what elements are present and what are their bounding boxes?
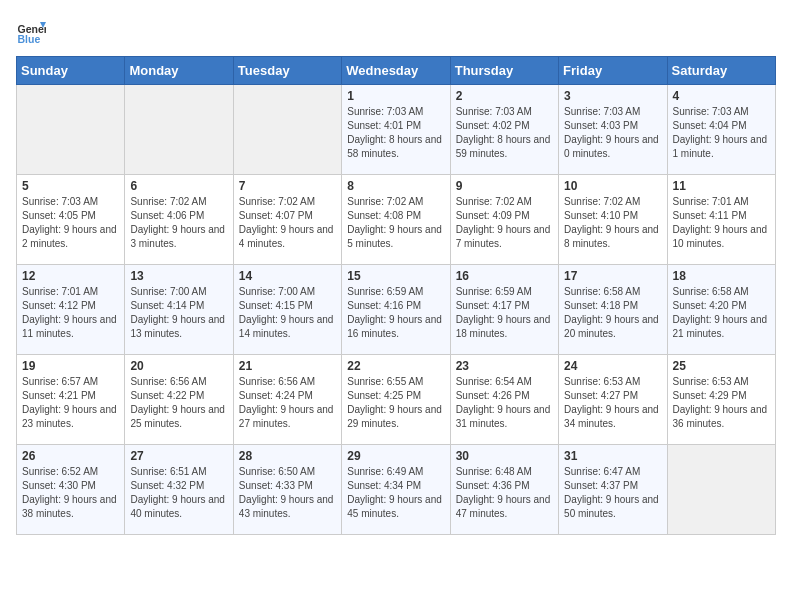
day-number: 7	[239, 179, 336, 193]
day-number: 11	[673, 179, 770, 193]
calendar-cell: 27Sunrise: 6:51 AMSunset: 4:32 PMDayligh…	[125, 445, 233, 535]
day-info: Sunrise: 6:53 AMSunset: 4:27 PMDaylight:…	[564, 375, 661, 431]
weekday-header: Tuesday	[233, 57, 341, 85]
day-info: Sunrise: 7:03 AMSunset: 4:01 PMDaylight:…	[347, 105, 444, 161]
day-info: Sunrise: 6:58 AMSunset: 4:20 PMDaylight:…	[673, 285, 770, 341]
day-number: 13	[130, 269, 227, 283]
calendar-table: SundayMondayTuesdayWednesdayThursdayFrid…	[16, 56, 776, 535]
day-info: Sunrise: 6:59 AMSunset: 4:17 PMDaylight:…	[456, 285, 553, 341]
day-info: Sunrise: 6:59 AMSunset: 4:16 PMDaylight:…	[347, 285, 444, 341]
day-info: Sunrise: 6:50 AMSunset: 4:33 PMDaylight:…	[239, 465, 336, 521]
calendar-cell: 12Sunrise: 7:01 AMSunset: 4:12 PMDayligh…	[17, 265, 125, 355]
day-number: 16	[456, 269, 553, 283]
day-info: Sunrise: 6:51 AMSunset: 4:32 PMDaylight:…	[130, 465, 227, 521]
calendar-cell: 3Sunrise: 7:03 AMSunset: 4:03 PMDaylight…	[559, 85, 667, 175]
calendar-cell: 6Sunrise: 7:02 AMSunset: 4:06 PMDaylight…	[125, 175, 233, 265]
weekday-header: Sunday	[17, 57, 125, 85]
day-number: 15	[347, 269, 444, 283]
day-number: 5	[22, 179, 119, 193]
day-info: Sunrise: 7:03 AMSunset: 4:05 PMDaylight:…	[22, 195, 119, 251]
calendar-cell: 14Sunrise: 7:00 AMSunset: 4:15 PMDayligh…	[233, 265, 341, 355]
calendar-week-row: 26Sunrise: 6:52 AMSunset: 4:30 PMDayligh…	[17, 445, 776, 535]
calendar-week-row: 5Sunrise: 7:03 AMSunset: 4:05 PMDaylight…	[17, 175, 776, 265]
day-number: 10	[564, 179, 661, 193]
day-number: 2	[456, 89, 553, 103]
day-info: Sunrise: 6:57 AMSunset: 4:21 PMDaylight:…	[22, 375, 119, 431]
day-info: Sunrise: 7:03 AMSunset: 4:04 PMDaylight:…	[673, 105, 770, 161]
weekday-header: Monday	[125, 57, 233, 85]
day-info: Sunrise: 6:56 AMSunset: 4:24 PMDaylight:…	[239, 375, 336, 431]
calendar-cell: 8Sunrise: 7:02 AMSunset: 4:08 PMDaylight…	[342, 175, 450, 265]
calendar-cell	[17, 85, 125, 175]
calendar-cell: 15Sunrise: 6:59 AMSunset: 4:16 PMDayligh…	[342, 265, 450, 355]
weekday-header: Friday	[559, 57, 667, 85]
calendar-cell: 23Sunrise: 6:54 AMSunset: 4:26 PMDayligh…	[450, 355, 558, 445]
day-info: Sunrise: 7:02 AMSunset: 4:07 PMDaylight:…	[239, 195, 336, 251]
logo: General Blue	[16, 16, 50, 46]
day-number: 29	[347, 449, 444, 463]
day-info: Sunrise: 7:00 AMSunset: 4:15 PMDaylight:…	[239, 285, 336, 341]
calendar-cell: 7Sunrise: 7:02 AMSunset: 4:07 PMDaylight…	[233, 175, 341, 265]
weekday-header: Wednesday	[342, 57, 450, 85]
day-info: Sunrise: 7:03 AMSunset: 4:02 PMDaylight:…	[456, 105, 553, 161]
svg-text:Blue: Blue	[18, 33, 41, 45]
day-info: Sunrise: 6:49 AMSunset: 4:34 PMDaylight:…	[347, 465, 444, 521]
logo-icon: General Blue	[16, 16, 46, 46]
calendar-cell: 4Sunrise: 7:03 AMSunset: 4:04 PMDaylight…	[667, 85, 775, 175]
calendar-cell: 1Sunrise: 7:03 AMSunset: 4:01 PMDaylight…	[342, 85, 450, 175]
day-number: 28	[239, 449, 336, 463]
day-number: 4	[673, 89, 770, 103]
calendar-cell: 21Sunrise: 6:56 AMSunset: 4:24 PMDayligh…	[233, 355, 341, 445]
day-number: 1	[347, 89, 444, 103]
day-info: Sunrise: 6:54 AMSunset: 4:26 PMDaylight:…	[456, 375, 553, 431]
calendar-cell	[125, 85, 233, 175]
day-info: Sunrise: 7:02 AMSunset: 4:06 PMDaylight:…	[130, 195, 227, 251]
day-number: 22	[347, 359, 444, 373]
calendar-cell: 16Sunrise: 6:59 AMSunset: 4:17 PMDayligh…	[450, 265, 558, 355]
calendar-cell: 9Sunrise: 7:02 AMSunset: 4:09 PMDaylight…	[450, 175, 558, 265]
calendar-cell: 11Sunrise: 7:01 AMSunset: 4:11 PMDayligh…	[667, 175, 775, 265]
calendar-cell	[667, 445, 775, 535]
day-info: Sunrise: 6:47 AMSunset: 4:37 PMDaylight:…	[564, 465, 661, 521]
day-info: Sunrise: 7:02 AMSunset: 4:10 PMDaylight:…	[564, 195, 661, 251]
weekday-header: Thursday	[450, 57, 558, 85]
day-info: Sunrise: 7:00 AMSunset: 4:14 PMDaylight:…	[130, 285, 227, 341]
day-info: Sunrise: 6:53 AMSunset: 4:29 PMDaylight:…	[673, 375, 770, 431]
day-number: 8	[347, 179, 444, 193]
day-number: 20	[130, 359, 227, 373]
day-info: Sunrise: 6:58 AMSunset: 4:18 PMDaylight:…	[564, 285, 661, 341]
day-number: 9	[456, 179, 553, 193]
day-info: Sunrise: 7:01 AMSunset: 4:12 PMDaylight:…	[22, 285, 119, 341]
calendar-cell: 10Sunrise: 7:02 AMSunset: 4:10 PMDayligh…	[559, 175, 667, 265]
calendar-cell	[233, 85, 341, 175]
calendar-cell: 20Sunrise: 6:56 AMSunset: 4:22 PMDayligh…	[125, 355, 233, 445]
weekday-header: Saturday	[667, 57, 775, 85]
calendar-cell: 19Sunrise: 6:57 AMSunset: 4:21 PMDayligh…	[17, 355, 125, 445]
calendar-week-row: 12Sunrise: 7:01 AMSunset: 4:12 PMDayligh…	[17, 265, 776, 355]
day-number: 6	[130, 179, 227, 193]
calendar-cell: 25Sunrise: 6:53 AMSunset: 4:29 PMDayligh…	[667, 355, 775, 445]
calendar-cell: 18Sunrise: 6:58 AMSunset: 4:20 PMDayligh…	[667, 265, 775, 355]
day-number: 21	[239, 359, 336, 373]
day-info: Sunrise: 6:55 AMSunset: 4:25 PMDaylight:…	[347, 375, 444, 431]
weekday-header-row: SundayMondayTuesdayWednesdayThursdayFrid…	[17, 57, 776, 85]
day-info: Sunrise: 7:03 AMSunset: 4:03 PMDaylight:…	[564, 105, 661, 161]
page-header: General Blue	[16, 16, 776, 46]
calendar-cell: 30Sunrise: 6:48 AMSunset: 4:36 PMDayligh…	[450, 445, 558, 535]
calendar-cell: 22Sunrise: 6:55 AMSunset: 4:25 PMDayligh…	[342, 355, 450, 445]
calendar-cell: 29Sunrise: 6:49 AMSunset: 4:34 PMDayligh…	[342, 445, 450, 535]
day-number: 24	[564, 359, 661, 373]
calendar-cell: 2Sunrise: 7:03 AMSunset: 4:02 PMDaylight…	[450, 85, 558, 175]
day-number: 31	[564, 449, 661, 463]
calendar-cell: 5Sunrise: 7:03 AMSunset: 4:05 PMDaylight…	[17, 175, 125, 265]
day-number: 19	[22, 359, 119, 373]
calendar-cell: 26Sunrise: 6:52 AMSunset: 4:30 PMDayligh…	[17, 445, 125, 535]
calendar-week-row: 19Sunrise: 6:57 AMSunset: 4:21 PMDayligh…	[17, 355, 776, 445]
day-number: 23	[456, 359, 553, 373]
calendar-cell: 28Sunrise: 6:50 AMSunset: 4:33 PMDayligh…	[233, 445, 341, 535]
day-number: 3	[564, 89, 661, 103]
calendar-cell: 17Sunrise: 6:58 AMSunset: 4:18 PMDayligh…	[559, 265, 667, 355]
day-number: 12	[22, 269, 119, 283]
day-info: Sunrise: 6:48 AMSunset: 4:36 PMDaylight:…	[456, 465, 553, 521]
day-number: 14	[239, 269, 336, 283]
